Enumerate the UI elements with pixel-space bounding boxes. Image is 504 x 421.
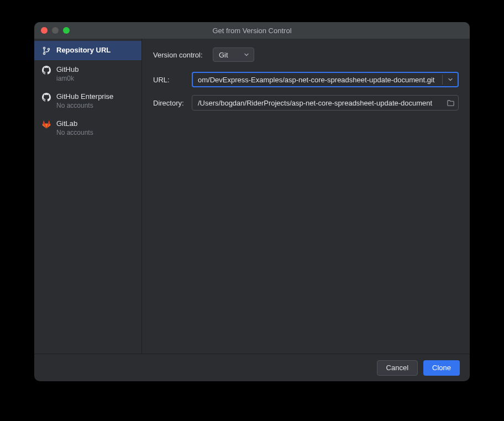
sidebar-item-sublabel: No accounts [56, 102, 113, 109]
svg-point-0 [43, 47, 45, 49]
dialog-window: Get from Version Control Repository URL [34, 22, 470, 381]
chevron-down-icon [244, 50, 249, 60]
sidebar-item-sublabel: No accounts [56, 129, 93, 136]
sidebar-item-repository-url[interactable]: Repository URL [34, 41, 141, 60]
folder-icon[interactable] [446, 98, 455, 107]
sidebar-item-label: Repository URL [56, 46, 111, 54]
git-branch-icon [42, 46, 51, 55]
svg-point-1 [43, 52, 45, 54]
chevron-down-icon[interactable] [446, 75, 455, 84]
window-controls [41, 27, 70, 34]
url-value: om/DevExpress-Examples/asp-net-core-spre… [198, 76, 438, 84]
sidebar-item-github-enterprise[interactable]: GitHub Enterprise No accounts [34, 87, 141, 114]
directory-input[interactable]: /Users/bogdan/RiderProjects/asp-net-core… [192, 95, 459, 110]
divider [442, 75, 443, 85]
minimize-window-button[interactable] [52, 27, 59, 34]
sidebar-item-label: GitHub Enterprise [56, 92, 113, 101]
directory-label: Directory: [153, 99, 186, 107]
dialog-body: Repository URL GitHub iam0k [34, 39, 470, 354]
sidebar-item-label: GitHub [56, 65, 78, 73]
gitlab-icon [42, 120, 51, 129]
url-input[interactable]: om/DevExpress-Examples/asp-net-core-spre… [192, 72, 459, 87]
directory-row: Directory: /Users/bogdan/RiderProjects/a… [153, 95, 459, 110]
sidebar: Repository URL GitHub iam0k [34, 39, 142, 354]
url-row: URL: om/DevExpress-Examples/asp-net-core… [153, 72, 459, 87]
dialog-title: Get from Version Control [41, 27, 463, 35]
sidebar-item-sublabel: iam0k [56, 75, 78, 82]
directory-value: /Users/bogdan/RiderProjects/asp-net-core… [198, 99, 442, 107]
version-control-label: Version control: [153, 51, 207, 59]
cancel-button[interactable]: Cancel [377, 360, 418, 376]
sidebar-item-gitlab[interactable]: GitLab No accounts [34, 114, 141, 141]
main-panel: Version control: Git URL: om/DevExpress-… [142, 39, 470, 354]
dialog-footer: Cancel Clone [34, 354, 470, 381]
sidebar-item-github[interactable]: GitHub iam0k [34, 60, 141, 87]
github-icon [42, 66, 51, 75]
close-window-button[interactable] [41, 27, 48, 34]
version-control-select[interactable]: Git [213, 48, 254, 62]
svg-point-2 [48, 48, 49, 50]
version-control-row: Version control: Git [153, 48, 459, 62]
version-control-value: Git [219, 51, 228, 59]
maximize-window-button[interactable] [63, 27, 70, 34]
titlebar: Get from Version Control [34, 22, 470, 39]
url-label: URL: [153, 76, 186, 84]
sidebar-item-label: GitLab [56, 119, 93, 128]
clone-button[interactable]: Clone [423, 360, 460, 376]
github-icon [42, 93, 51, 102]
